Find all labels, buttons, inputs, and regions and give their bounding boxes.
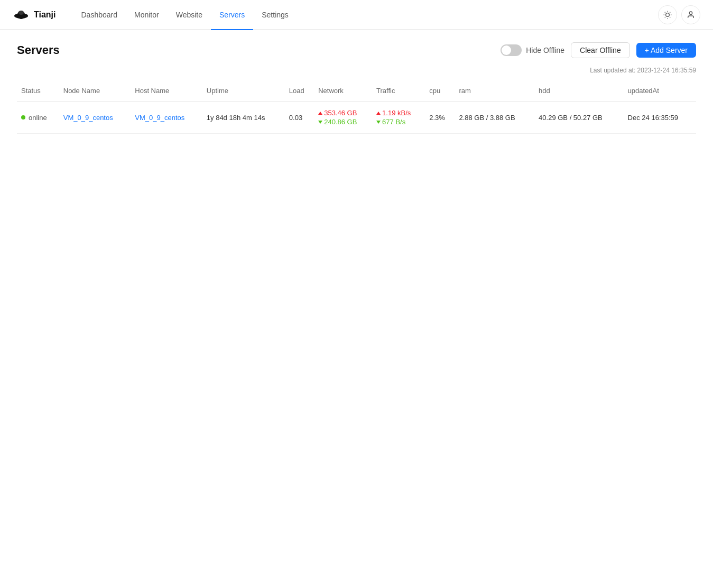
nav-servers[interactable]: Servers <box>211 1 253 30</box>
navbar-actions <box>658 5 700 24</box>
cell-cpu: 2.3% <box>425 102 455 134</box>
col-status: Status <box>17 80 59 102</box>
traffic-up: 1.19 kB/s <box>376 109 421 117</box>
network-up: 353.46 GB <box>318 109 368 117</box>
navbar: Tianji Dashboard Monitor Website Servers… <box>0 0 713 30</box>
server-table: Status Node Name Host Name Uptime Load N… <box>17 80 696 134</box>
cell-node-name[interactable]: VM_0_9_centos <box>59 102 131 134</box>
table-header-row: Status Node Name Host Name Uptime Load N… <box>17 80 696 102</box>
table-body: online VM_0_9_centos VM_0_9_centos 1y 84… <box>17 102 696 134</box>
svg-point-2 <box>18 11 24 15</box>
add-server-button[interactable]: + Add Server <box>636 43 696 58</box>
arrow-up-icon <box>318 112 322 115</box>
svg-point-3 <box>666 13 670 16</box>
col-cpu: cpu <box>425 80 455 102</box>
traffic-down: 677 B/s <box>376 118 421 126</box>
nav-settings[interactable]: Settings <box>253 1 297 30</box>
nav-dashboard[interactable]: Dashboard <box>73 1 126 30</box>
brand-name: Tianji <box>34 10 56 20</box>
nav-links: Dashboard Monitor Website Servers Settin… <box>73 0 659 30</box>
table-row: online VM_0_9_centos VM_0_9_centos 1y 84… <box>17 102 696 134</box>
cell-updated-at: Dec 24 16:35:59 <box>624 102 696 134</box>
last-updated: Last updated at: 2023-12-24 16:35:59 <box>17 67 696 74</box>
page-header: Servers Hide Offline Clear Offline + Add… <box>17 42 696 58</box>
col-host-name: Host Name <box>131 80 202 102</box>
brand[interactable]: Tianji <box>13 6 56 23</box>
sun-icon <box>663 11 672 19</box>
host-name-link[interactable]: VM_0_9_centos <box>135 114 184 122</box>
col-traffic: Traffic <box>372 80 425 102</box>
col-load: Load <box>285 80 314 102</box>
svg-line-10 <box>665 17 665 17</box>
cell-network: 353.46 GB 240.86 GB <box>314 102 372 134</box>
cell-uptime: 1y 84d 18h 4m 14s <box>202 102 285 134</box>
network-down: 240.86 GB <box>318 118 368 126</box>
page-title: Servers <box>17 43 60 57</box>
traffic-arrow-down-icon <box>376 121 381 124</box>
table-header: Status Node Name Host Name Uptime Load N… <box>17 80 696 102</box>
col-node-name: Node Name <box>59 80 131 102</box>
nav-monitor[interactable]: Monitor <box>126 1 168 30</box>
cell-host-name: VM_0_9_centos <box>131 102 202 134</box>
status-text: online <box>29 114 47 122</box>
svg-line-6 <box>665 12 665 12</box>
brand-icon <box>13 6 30 23</box>
hide-offline-toggle-wrapper: Hide Offline <box>501 44 564 56</box>
col-updated-at: updatedAt <box>624 80 696 102</box>
node-name-link[interactable]: VM_0_9_centos <box>63 114 113 122</box>
toggle-knob <box>502 45 511 55</box>
header-actions: Hide Offline Clear Offline + Add Server <box>501 42 696 58</box>
cell-status: online <box>17 102 59 134</box>
cell-hdd: 40.29 GB / 50.27 GB <box>534 102 624 134</box>
user-profile-button[interactable] <box>681 5 700 24</box>
page-content: Servers Hide Offline Clear Offline + Add… <box>0 30 713 588</box>
theme-toggle-button[interactable] <box>658 5 677 24</box>
nav-website[interactable]: Website <box>168 1 211 30</box>
svg-point-12 <box>689 12 692 14</box>
hide-offline-label: Hide Offline <box>526 46 564 54</box>
col-network: Network <box>314 80 372 102</box>
cell-load: 0.03 <box>285 102 314 134</box>
status-dot <box>21 115 25 120</box>
svg-line-11 <box>670 12 670 12</box>
col-uptime: Uptime <box>202 80 285 102</box>
cell-ram: 2.88 GB / 3.88 GB <box>455 102 534 134</box>
svg-line-7 <box>670 17 670 17</box>
clear-offline-button[interactable]: Clear Offline <box>571 42 630 58</box>
col-hdd: hdd <box>534 80 624 102</box>
hide-offline-toggle[interactable] <box>501 44 522 56</box>
user-icon <box>687 11 695 19</box>
traffic-arrow-up-icon <box>376 112 381 115</box>
col-ram: ram <box>455 80 534 102</box>
arrow-down-icon <box>318 121 322 124</box>
cell-traffic: 1.19 kB/s 677 B/s <box>372 102 425 134</box>
